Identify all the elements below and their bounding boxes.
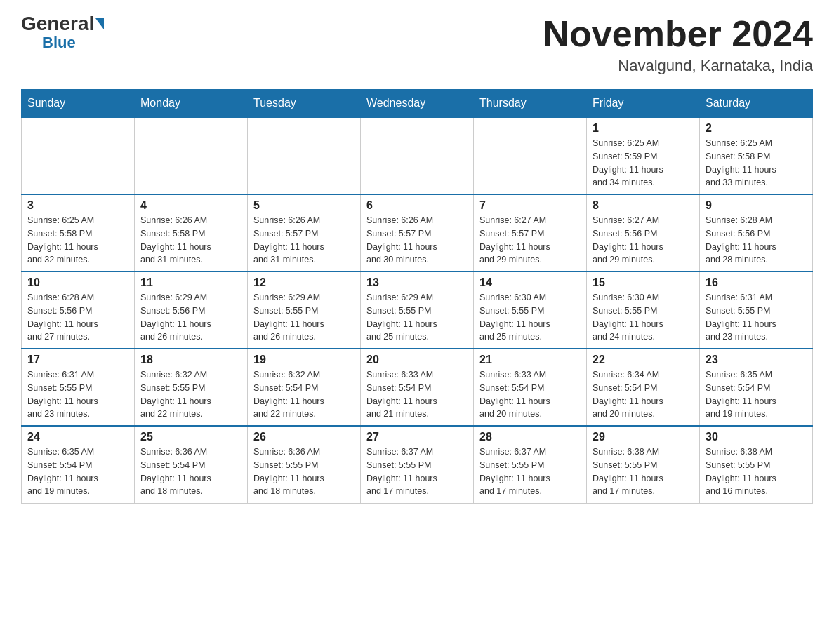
day-number: 18 — [140, 354, 241, 366]
day-number: 30 — [706, 431, 807, 443]
day-info: Sunrise: 6:37 AM Sunset: 5:55 PM Dayligh… — [479, 445, 581, 498]
calendar-day-cell: 12Sunrise: 6:29 AM Sunset: 5:55 PM Dayli… — [248, 271, 361, 349]
day-number: 6 — [366, 199, 468, 212]
day-number: 13 — [366, 276, 468, 289]
calendar-day-cell: 17Sunrise: 6:31 AM Sunset: 5:55 PM Dayli… — [22, 349, 135, 426]
day-info: Sunrise: 6:31 AM Sunset: 5:55 PM Dayligh… — [27, 368, 128, 421]
calendar-day-cell: 4Sunrise: 6:26 AM Sunset: 5:58 PM Daylig… — [135, 194, 248, 271]
day-info: Sunrise: 6:30 AM Sunset: 5:55 PM Dayligh… — [593, 291, 694, 344]
weekday-header-thursday: Thursday — [474, 90, 587, 118]
day-info: Sunrise: 6:26 AM Sunset: 5:58 PM Dayligh… — [140, 214, 241, 267]
calendar-day-cell: 23Sunrise: 6:35 AM Sunset: 5:54 PM Dayli… — [700, 349, 813, 426]
day-number: 25 — [140, 431, 241, 443]
calendar-day-cell: 14Sunrise: 6:30 AM Sunset: 5:55 PM Dayli… — [474, 271, 587, 349]
day-number: 29 — [593, 431, 694, 443]
weekday-header-saturday: Saturday — [700, 90, 813, 118]
calendar-day-cell: 29Sunrise: 6:38 AM Sunset: 5:55 PM Dayli… — [587, 426, 700, 503]
page-header: General Blue November 2024 Navalgund, Ka… — [21, 14, 813, 75]
day-info: Sunrise: 6:35 AM Sunset: 5:54 PM Dayligh… — [27, 445, 128, 498]
logo-blue-text: Blue — [42, 34, 76, 52]
calendar-day-cell — [22, 117, 135, 194]
day-info: Sunrise: 6:25 AM Sunset: 5:58 PM Dayligh… — [706, 137, 807, 189]
calendar-day-cell: 2Sunrise: 6:25 AM Sunset: 5:58 PM Daylig… — [700, 117, 813, 194]
day-info: Sunrise: 6:25 AM Sunset: 5:59 PM Dayligh… — [593, 137, 694, 189]
calendar-day-cell — [361, 117, 474, 194]
logo-general-text: General — [21, 14, 104, 34]
calendar-week-row: 3Sunrise: 6:25 AM Sunset: 5:58 PM Daylig… — [22, 194, 813, 271]
day-info: Sunrise: 6:32 AM Sunset: 5:54 PM Dayligh… — [253, 368, 355, 421]
day-number: 16 — [706, 276, 807, 289]
calendar-day-cell: 24Sunrise: 6:35 AM Sunset: 5:54 PM Dayli… — [22, 426, 135, 503]
calendar-day-cell: 19Sunrise: 6:32 AM Sunset: 5:54 PM Dayli… — [248, 349, 361, 426]
day-number: 14 — [479, 276, 581, 289]
day-number: 27 — [366, 431, 468, 443]
day-number: 11 — [140, 276, 241, 289]
calendar-day-cell: 27Sunrise: 6:37 AM Sunset: 5:55 PM Dayli… — [361, 426, 474, 503]
day-info: Sunrise: 6:29 AM Sunset: 5:56 PM Dayligh… — [140, 291, 241, 344]
day-info: Sunrise: 6:26 AM Sunset: 5:57 PM Dayligh… — [366, 214, 468, 267]
day-number: 28 — [479, 431, 581, 443]
day-number: 19 — [253, 354, 355, 366]
weekday-header-row: SundayMondayTuesdayWednesdayThursdayFrid… — [22, 90, 813, 118]
day-info: Sunrise: 6:25 AM Sunset: 5:58 PM Dayligh… — [27, 214, 128, 267]
day-info: Sunrise: 6:38 AM Sunset: 5:55 PM Dayligh… — [593, 445, 694, 498]
calendar-day-cell: 11Sunrise: 6:29 AM Sunset: 5:56 PM Dayli… — [135, 271, 248, 349]
day-number: 12 — [253, 276, 355, 289]
calendar-day-cell: 28Sunrise: 6:37 AM Sunset: 5:55 PM Dayli… — [474, 426, 587, 503]
day-number: 10 — [27, 276, 128, 289]
day-info: Sunrise: 6:36 AM Sunset: 5:54 PM Dayligh… — [140, 445, 241, 498]
day-info: Sunrise: 6:29 AM Sunset: 5:55 PM Dayligh… — [253, 291, 355, 344]
calendar-week-row: 1Sunrise: 6:25 AM Sunset: 5:59 PM Daylig… — [22, 117, 813, 194]
weekday-header-tuesday: Tuesday — [248, 90, 361, 118]
day-info: Sunrise: 6:38 AM Sunset: 5:55 PM Dayligh… — [706, 445, 807, 498]
calendar-day-cell: 7Sunrise: 6:27 AM Sunset: 5:57 PM Daylig… — [474, 194, 587, 271]
day-info: Sunrise: 6:32 AM Sunset: 5:55 PM Dayligh… — [140, 368, 241, 421]
day-info: Sunrise: 6:33 AM Sunset: 5:54 PM Dayligh… — [366, 368, 468, 421]
day-number: 5 — [253, 199, 355, 212]
calendar-day-cell: 16Sunrise: 6:31 AM Sunset: 5:55 PM Dayli… — [700, 271, 813, 349]
day-info: Sunrise: 6:33 AM Sunset: 5:54 PM Dayligh… — [479, 368, 581, 421]
location-text: Navalgund, Karnataka, India — [543, 57, 813, 75]
day-number: 17 — [27, 354, 128, 366]
day-number: 8 — [593, 199, 694, 212]
weekday-header-monday: Monday — [135, 90, 248, 118]
day-info: Sunrise: 6:37 AM Sunset: 5:55 PM Dayligh… — [366, 445, 468, 498]
day-info: Sunrise: 6:36 AM Sunset: 5:55 PM Dayligh… — [253, 445, 355, 498]
calendar-table: SundayMondayTuesdayWednesdayThursdayFrid… — [21, 89, 813, 504]
calendar-day-cell: 18Sunrise: 6:32 AM Sunset: 5:55 PM Dayli… — [135, 349, 248, 426]
calendar-day-cell: 22Sunrise: 6:34 AM Sunset: 5:54 PM Dayli… — [587, 349, 700, 426]
weekday-header-friday: Friday — [587, 90, 700, 118]
calendar-day-cell: 13Sunrise: 6:29 AM Sunset: 5:55 PM Dayli… — [361, 271, 474, 349]
day-info: Sunrise: 6:26 AM Sunset: 5:57 PM Dayligh… — [253, 214, 355, 267]
calendar-day-cell: 10Sunrise: 6:28 AM Sunset: 5:56 PM Dayli… — [22, 271, 135, 349]
day-number: 23 — [706, 354, 807, 366]
weekday-header-wednesday: Wednesday — [361, 90, 474, 118]
calendar-week-row: 17Sunrise: 6:31 AM Sunset: 5:55 PM Dayli… — [22, 349, 813, 426]
calendar-day-cell: 6Sunrise: 6:26 AM Sunset: 5:57 PM Daylig… — [361, 194, 474, 271]
day-number: 3 — [27, 199, 128, 212]
day-info: Sunrise: 6:27 AM Sunset: 5:57 PM Dayligh… — [479, 214, 581, 267]
calendar-day-cell: 15Sunrise: 6:30 AM Sunset: 5:55 PM Dayli… — [587, 271, 700, 349]
calendar-day-cell — [474, 117, 587, 194]
day-info: Sunrise: 6:27 AM Sunset: 5:56 PM Dayligh… — [593, 214, 694, 267]
calendar-day-cell: 5Sunrise: 6:26 AM Sunset: 5:57 PM Daylig… — [248, 194, 361, 271]
calendar-day-cell: 26Sunrise: 6:36 AM Sunset: 5:55 PM Dayli… — [248, 426, 361, 503]
logo: General Blue — [21, 14, 104, 52]
calendar-week-row: 10Sunrise: 6:28 AM Sunset: 5:56 PM Dayli… — [22, 271, 813, 349]
calendar-day-cell: 8Sunrise: 6:27 AM Sunset: 5:56 PM Daylig… — [587, 194, 700, 271]
day-number: 24 — [27, 431, 128, 443]
day-info: Sunrise: 6:31 AM Sunset: 5:55 PM Dayligh… — [706, 291, 807, 344]
day-info: Sunrise: 6:30 AM Sunset: 5:55 PM Dayligh… — [479, 291, 581, 344]
day-number: 15 — [593, 276, 694, 289]
calendar-day-cell: 1Sunrise: 6:25 AM Sunset: 5:59 PM Daylig… — [587, 117, 700, 194]
calendar-day-cell: 9Sunrise: 6:28 AM Sunset: 5:56 PM Daylig… — [700, 194, 813, 271]
day-number: 20 — [366, 354, 468, 366]
month-title: November 2024 — [543, 14, 813, 54]
day-number: 7 — [479, 199, 581, 212]
calendar-day-cell: 21Sunrise: 6:33 AM Sunset: 5:54 PM Dayli… — [474, 349, 587, 426]
day-info: Sunrise: 6:34 AM Sunset: 5:54 PM Dayligh… — [593, 368, 694, 421]
title-section: November 2024 Navalgund, Karnataka, Indi… — [543, 14, 813, 75]
day-number: 26 — [253, 431, 355, 443]
calendar-day-cell: 30Sunrise: 6:38 AM Sunset: 5:55 PM Dayli… — [700, 426, 813, 503]
day-info: Sunrise: 6:28 AM Sunset: 5:56 PM Dayligh… — [27, 291, 128, 344]
